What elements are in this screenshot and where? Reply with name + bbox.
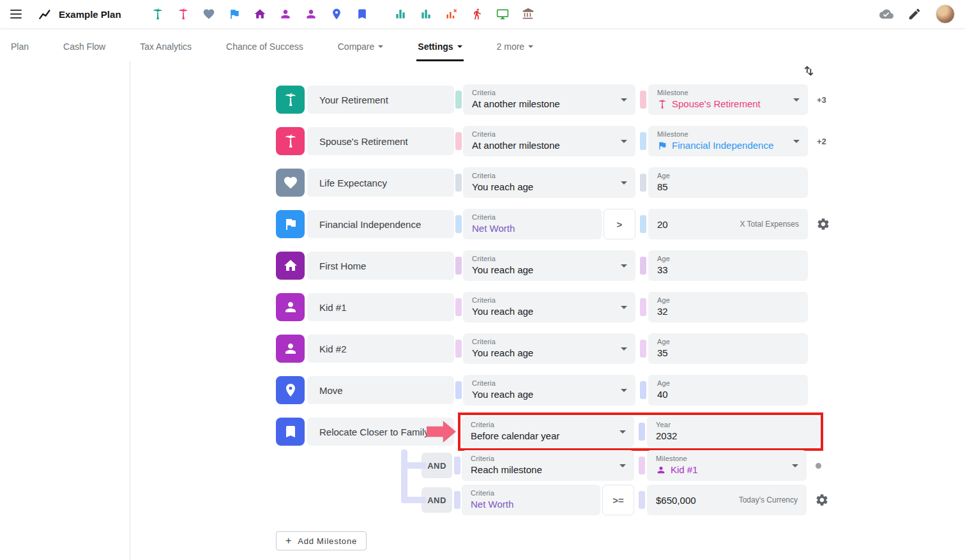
equalizer-icon[interactable] (393, 7, 407, 21)
milestone-select[interactable]: Milestone Financial Independence (648, 126, 808, 156)
criteria-dropdown[interactable]: Criteria You reach age (463, 250, 635, 281)
criteria-dropdown[interactable]: Criteria You reach age (463, 333, 635, 364)
person-icon[interactable] (276, 335, 305, 363)
criteria-dropdown[interactable]: Criteria At another milestone (463, 84, 635, 115)
value-label: Age (657, 379, 799, 387)
criteria-label: Criteria (472, 130, 627, 138)
milestone-name[interactable]: Move (307, 376, 454, 404)
gear-icon[interactable] (814, 492, 830, 508)
value-input[interactable]: $650,000 Today's Currency (647, 485, 807, 515)
age-value: 35 (657, 347, 799, 358)
criteria-label: Criteria (472, 172, 627, 179)
value-input[interactable]: 20 X Total Expenses (648, 209, 808, 239)
value-connector (639, 423, 645, 441)
age-input[interactable]: Age 33 (648, 250, 808, 281)
criteria-label: Criteria (472, 213, 593, 221)
palm-icon[interactable] (276, 86, 305, 114)
value-text: $650,000 (656, 495, 696, 506)
year-input[interactable]: Year 2032 (647, 416, 819, 447)
flag-icon[interactable] (276, 210, 305, 238)
gear-icon[interactable] (816, 216, 831, 232)
criteria-dropdown[interactable]: Criteria Net Worth (463, 209, 602, 239)
comparator-select[interactable]: >= (602, 485, 634, 515)
tab-plan[interactable]: Plan (10, 33, 30, 61)
sort-icon[interactable] (802, 64, 816, 78)
milestone-name[interactable]: Life Expectancy (307, 169, 454, 197)
criteria-dropdown[interactable]: Criteria Reach milestone (462, 450, 634, 481)
tab-cash-flow[interactable]: Cash Flow (62, 33, 107, 61)
flag-icon[interactable] (227, 7, 241, 21)
heart-icon[interactable] (276, 169, 305, 197)
tab-2-more[interactable]: 2 more (496, 33, 535, 61)
age-value: 33 (657, 264, 799, 275)
criteria-dropdown[interactable]: Criteria At another milestone (463, 126, 635, 156)
condition-indicator-dot (816, 463, 821, 469)
criteria-label: Criteria (471, 455, 625, 462)
criteria-dropdown[interactable]: Criteria You reach age (463, 375, 635, 405)
criteria-value: You reach age (472, 306, 627, 317)
criteria-connector (454, 491, 460, 509)
age-input[interactable]: Age 40 (648, 375, 808, 405)
highlighted-condition: Criteria Before calendar year Year 2032 (462, 416, 819, 447)
chevron-down-icon (378, 45, 383, 48)
collapsed-conditions-badge[interactable]: +3 (817, 95, 826, 105)
criteria-dropdown[interactable]: Criteria Net Worth (462, 485, 600, 515)
criteria-dropdown[interactable]: Criteria You reach age (463, 167, 635, 198)
milestone-name-label: Spouse's Retirement (319, 136, 408, 147)
milestone-name[interactable]: Kid #1 (307, 293, 454, 321)
bar-chart-icon[interactable] (419, 7, 433, 21)
criteria-dropdown[interactable]: Criteria You reach age (463, 292, 635, 322)
milestone-row: Relocate Closer to Family Criteria Befor… (276, 416, 831, 447)
bookmark-icon[interactable] (355, 7, 369, 21)
bookmark-icon[interactable] (276, 418, 305, 446)
add-milestone-button[interactable]: + Add Milestone (276, 531, 367, 550)
palm-icon[interactable] (276, 127, 305, 155)
avatar[interactable] (936, 4, 955, 24)
pin-icon[interactable] (330, 7, 344, 21)
person-icon[interactable] (276, 293, 305, 321)
edit-icon[interactable] (908, 7, 922, 21)
chevron-down-icon (793, 140, 800, 143)
criteria-dropdown[interactable]: Criteria Before calendar year (462, 416, 634, 447)
heart-icon[interactable] (202, 7, 216, 21)
bank-icon[interactable] (521, 7, 535, 21)
cloud-sync-icon[interactable] (879, 7, 893, 21)
value-connector (640, 215, 646, 233)
tax-chart-icon[interactable] (445, 7, 459, 21)
age-input[interactable]: Age 32 (648, 292, 808, 322)
value-label: Age (657, 255, 799, 262)
milestone-select[interactable]: Milestone Spouse's Retirement (648, 84, 808, 115)
tab-compare[interactable]: Compare (337, 33, 385, 61)
home-icon[interactable] (276, 252, 305, 280)
palm-icon[interactable] (151, 7, 165, 21)
person-icon[interactable] (304, 7, 318, 21)
person-icon[interactable] (278, 7, 293, 21)
palm-icon[interactable] (176, 7, 190, 21)
age-value: 85 (657, 181, 799, 192)
milestone-name[interactable]: Your Retirement (307, 86, 454, 114)
chevron-down-icon (793, 98, 800, 102)
collapsed-conditions-badge[interactable]: +2 (817, 137, 826, 146)
top-bar: Example Plan (0, 0, 965, 28)
walk-icon[interactable] (470, 7, 484, 21)
milestone-name[interactable]: First Home (307, 252, 454, 280)
age-input[interactable]: Age 85 (648, 167, 808, 198)
menu-icon[interactable] (10, 10, 22, 19)
home-icon[interactable] (253, 7, 267, 21)
milestone-row: First Home Criteria You reach age Age 33 (276, 250, 831, 281)
milestone-name[interactable]: Spouse's Retirement (307, 127, 454, 155)
tab-tax-analytics[interactable]: Tax Analytics (139, 33, 193, 61)
milestone-select[interactable]: Milestone Kid #1 (647, 450, 807, 481)
milestone-name-label: Relocate Closer to Family (319, 427, 429, 437)
year-value: 2032 (656, 430, 810, 441)
value-unit-caption: X Total Expenses (740, 220, 799, 229)
tab-settings[interactable]: Settings (416, 33, 463, 61)
milestone-name[interactable]: Financial Independence (307, 210, 454, 238)
pin-icon[interactable] (276, 376, 305, 404)
milestone-name[interactable]: Kid #2 (307, 335, 454, 363)
presentation-icon[interactable] (496, 7, 510, 21)
chevron-down-icon (621, 389, 627, 392)
tab-chance-of-success[interactable]: Chance of Success (225, 33, 305, 61)
age-input[interactable]: Age 35 (648, 333, 808, 364)
comparator-select[interactable]: > (604, 209, 635, 239)
